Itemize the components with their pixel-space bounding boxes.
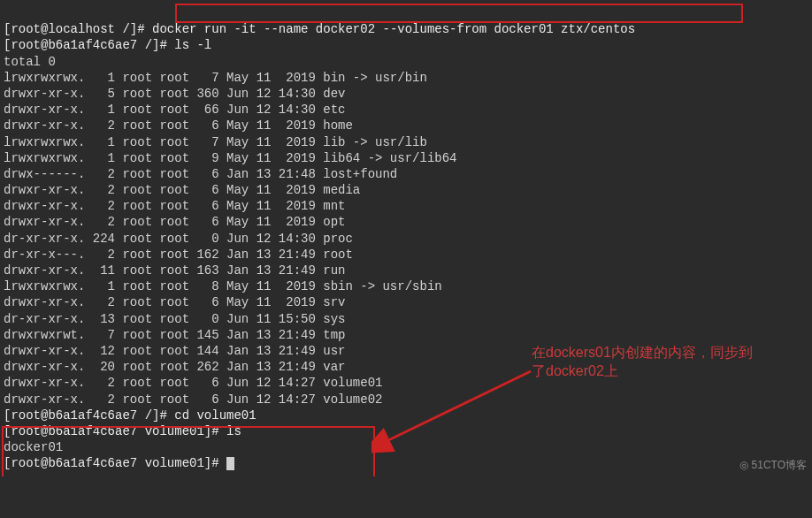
- ls-output-row: drwxr-xr-x. 2 root root 6 May 11 2019 op…: [4, 215, 345, 229]
- ls-output-row: lrwxrwxrwx. 1 root root 8 May 11 2019 sb…: [4, 279, 442, 293]
- prompt: [root@b6a1af4c6ae7 /]#: [4, 408, 174, 423]
- ls-output-row: lrwxrwxrwx. 1 root root 9 May 11 2019 li…: [4, 151, 456, 165]
- ls-output-row: drwxr-xr-x. 5 root root 360 Jun 12 14:30…: [4, 87, 345, 101]
- ls-output-row: drwxr-xr-x. 2 root root 6 Jun 12 14:27 v…: [4, 376, 382, 390]
- ls-output-row: dr-xr-x---. 2 root root 162 Jan 13 21:49…: [4, 248, 353, 262]
- ls-output-row: lrwxrwxrwx. 1 root root 7 May 11 2019 bi…: [4, 71, 427, 85]
- ls-output-row: drwxr-xr-x. 2 root root 6 May 11 2019 sr…: [4, 295, 345, 309]
- ls-output-row: dr-xr-xr-x. 13 root root 0 Jun 11 15:50 …: [4, 312, 345, 326]
- total-line: total 0: [4, 55, 56, 69]
- docker-run-command: docker run -it --name docker02 --volumes…: [152, 22, 635, 36]
- prompt: [root@localhost /]#: [4, 22, 152, 36]
- cursor-icon: [226, 457, 234, 470]
- prompt: [root@b6a1af4c6ae7 volume01]#: [4, 456, 226, 470]
- ls-output-row: drwxr-xr-x. 1 root root 66 Jun 12 14:30 …: [4, 103, 345, 117]
- terminal-window[interactable]: [root@localhost /]# docker run -it --nam…: [0, 0, 812, 476]
- ls-output-row: drwx------. 2 root root 6 Jan 13 21:48 l…: [4, 167, 397, 181]
- ls-output-row: drwxr-xr-x. 20 root root 262 Jan 13 21:4…: [4, 360, 345, 374]
- cd-command: cd volume01: [174, 408, 256, 423]
- ls-output-row: lrwxrwxrwx. 1 root root 7 May 11 2019 li…: [4, 135, 427, 149]
- ls-output-row: drwxr-xr-x. 2 root root 6 May 11 2019 mn…: [4, 199, 345, 213]
- ls-output-row: drwxrwxrwt. 7 root root 145 Jan 13 21:49…: [4, 328, 345, 342]
- ls-command: ls: [226, 424, 241, 438]
- prompt: [root@b6a1af4c6ae7 volume01]#: [4, 424, 226, 438]
- watermark: ◎ 51CTO博客: [739, 458, 807, 473]
- ls-output-row: drwxr-xr-x. 12 root root 144 Jan 13 21:4…: [4, 344, 345, 358]
- ls-output: docker01: [4, 440, 63, 454]
- ls-output-row: dr-xr-xr-x. 224 root root 0 Jun 12 14:30…: [4, 232, 353, 246]
- ls-output-row: drwxr-xr-x. 2 root root 6 May 11 2019 me…: [4, 183, 360, 197]
- prompt: [root@b6a1af4c6ae7 /]#: [4, 38, 174, 52]
- ls-output-row: drwxr-xr-x. 11 root root 163 Jan 13 21:4…: [4, 263, 345, 278]
- ls-output-row: drwxr-xr-x. 2 root root 6 May 11 2019 ho…: [4, 118, 353, 133]
- ls-command: ls -l: [174, 38, 211, 52]
- annotation-text: 在dockers01内创建的内容，同步到了docker02上: [532, 344, 762, 381]
- ls-output-row: drwxr-xr-x. 2 root root 6 Jun 12 14:27 v…: [4, 392, 382, 407]
